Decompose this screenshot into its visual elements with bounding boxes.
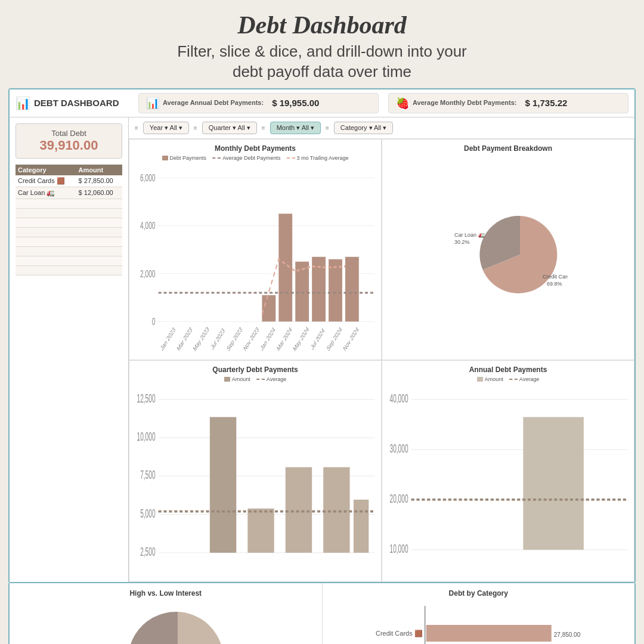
right-panel: ≡ Year ▾ All ▾ ≡ Quarter ▾ All ▾ ≡ Month… [129, 117, 634, 582]
breakdown-pie-container: Car Loan 🚛 30.2% Credit Card... 69.8% [387, 155, 629, 355]
quarterly-chart-cell: Quarterly Debt Payments Amount Average [129, 360, 382, 582]
empty-row [16, 218, 122, 227]
svg-rect-51 [323, 467, 349, 553]
debt-amount-cell: $ 27,850.00 [76, 175, 122, 187]
filter-bar: ≡ Year ▾ All ▾ ≡ Quarter ▾ All ▾ ≡ Month… [129, 117, 634, 139]
legend-trail-label: 3 mo Trailing Average [297, 155, 349, 161]
legend-debt-payments: Debt Payments [162, 155, 207, 161]
empty-row [16, 227, 122, 237]
empty-row [16, 256, 122, 265]
left-panel: Total Debt 39,910.00 Category Amount Cre… [10, 117, 129, 582]
svg-text:Mar 2023: Mar 2023 [176, 325, 193, 352]
charts-grid: Monthly Debt Payments Debt Payments Aver… [129, 139, 634, 582]
svg-text:2,500: 2,500 [140, 545, 156, 558]
annual-legend-avg: Average [509, 376, 539, 382]
a-legend-label: Amount [485, 376, 503, 382]
svg-text:0: 0 [152, 317, 156, 327]
q-avg-dash [256, 379, 265, 380]
empty-row [16, 208, 122, 218]
monthly-metric: 🍓 Average Monthly Debt Payments: $ 1,735… [388, 93, 628, 113]
svg-text:10,000: 10,000 [137, 430, 155, 442]
a-legend-box [477, 377, 483, 382]
svg-text:Jan 2023: Jan 2023 [159, 326, 176, 352]
filter-quarter[interactable]: Quarter ▾ All ▾ [202, 122, 257, 134]
q-legend-box [224, 377, 230, 382]
quarterly-legend-amount: Amount [224, 376, 250, 382]
legend-debt-label: Debt Payments [170, 155, 207, 161]
filter-year[interactable]: Year ▾ All ▾ [143, 122, 189, 134]
dashboard-icon: 📊 [16, 96, 30, 110]
monthly-chart-cell: Monthly Debt Payments Debt Payments Aver… [129, 139, 382, 361]
annual-svg: 40,000 30,000 20,000 10,000 [387, 385, 629, 577]
svg-rect-19 [345, 256, 359, 321]
monthly-svg: 6,000 4,000 2,000 0 [134, 163, 376, 355]
filter-category[interactable]: Category ▾ All ▾ [334, 122, 393, 134]
svg-rect-15 [278, 213, 292, 321]
col-amount: Amount [76, 165, 122, 175]
interest-pie-svg: Low-Interest 30.2% High-Intere... 69.8% [70, 600, 261, 644]
monthly-metric-label: Average Monthly Debt Payments: [413, 99, 516, 107]
svg-rect-14 [262, 295, 275, 321]
svg-rect-49 [247, 509, 274, 553]
legend-avg-label: Average Debt Payments [222, 155, 280, 161]
monthly-chart-title: Monthly Debt Payments [134, 144, 376, 153]
breakdown-chart-title: Debt Payment Breakdown [387, 144, 629, 153]
svg-text:7,500: 7,500 [140, 469, 156, 481]
svg-text:2,000: 2,000 [140, 268, 155, 279]
annual-metric: 📊 Average Annual Debt Payments: $ 19,955… [138, 93, 379, 113]
breakdown-pie-svg: Car Loan 🚛 30.2% Credit Card... 69.8% [448, 207, 568, 302]
svg-text:May 2023: May 2023 [193, 324, 210, 352]
svg-rect-71 [426, 625, 551, 642]
legend-avg-dash [212, 157, 221, 159]
monthly-chart: 6,000 4,000 2,000 0 [134, 163, 376, 355]
svg-text:Car Loan 🚛: Car Loan 🚛 [454, 231, 485, 239]
quarterly-chart-title: Quarterly Debt Payments [134, 366, 376, 374]
svg-text:27,850.00: 27,850.00 [553, 631, 580, 638]
svg-text:Nov 2023: Nov 2023 [243, 325, 260, 352]
q-legend-label: Amount [232, 376, 250, 382]
empty-row [16, 265, 122, 275]
annual-legend-amount: Amount [477, 376, 503, 382]
a-avg-label: Average [519, 376, 539, 382]
svg-text:May 2024: May 2024 [292, 324, 310, 352]
svg-text:4,000: 4,000 [140, 221, 155, 231]
quarterly-legend: Amount Average [134, 376, 376, 382]
monthly-metric-value: $ 1,735.22 [525, 98, 567, 108]
svg-text:Sep 2023: Sep 2023 [226, 325, 243, 352]
interest-chart-cell: High vs. Low Interest Low-Interest 30.2%… [10, 583, 323, 644]
legend-debt-box [162, 156, 168, 160]
empty-row [16, 246, 122, 256]
svg-text:Mar 2024: Mar 2024 [276, 325, 293, 352]
svg-text:Jan 2024: Jan 2024 [259, 326, 276, 352]
monthly-legend: Debt Payments Average Debt Payments 3 mo… [134, 155, 376, 161]
legend-avg-payments: Average Debt Payments [212, 155, 280, 161]
svg-rect-63 [523, 417, 584, 550]
bottom-row: High vs. Low Interest Low-Interest 30.2%… [8, 583, 636, 644]
filter-icon-1: ≡ [135, 125, 138, 131]
empty-row [16, 237, 122, 246]
filter-icon-3: ≡ [262, 125, 265, 131]
svg-text:30.2%: 30.2% [454, 239, 470, 245]
filter-icon-4: ≡ [326, 125, 329, 131]
debt-amount-cell: $ 12,060.00 [76, 187, 122, 199]
category-chart: Credit Cards 🟫 27,850.00 Car Loan 🚛 12,0… [329, 600, 629, 644]
annual-metric-icon: 📊 [146, 97, 159, 110]
category-chart-title: Debt by Category [329, 589, 629, 597]
q-avg-label: Average [267, 376, 286, 382]
filter-month[interactable]: Month ▾ All ▾ [270, 122, 321, 134]
svg-text:Credit Card...: Credit Card... [543, 274, 568, 280]
filter-icon-2: ≡ [194, 125, 197, 131]
total-debt-label: Total Debt [21, 129, 117, 138]
interest-pie-container: Low-Interest 30.2% High-Intere... 69.8% [16, 600, 316, 644]
svg-rect-48 [210, 417, 236, 553]
dashboard-title-bar: 📊 DEBT DASHBOARD [16, 96, 129, 110]
monthly-metric-icon: 🍓 [396, 97, 409, 110]
dashboard-label: DEBT DASHBOARD [34, 98, 119, 108]
svg-text:Nov 2024: Nov 2024 [342, 325, 360, 352]
quarterly-svg: 12,500 10,000 7,500 5,000 2,500 [134, 385, 376, 577]
interest-chart-title: High vs. Low Interest [16, 589, 316, 597]
annual-chart-title: Annual Debt Payments [387, 366, 629, 374]
svg-text:Jul 2023: Jul 2023 [210, 326, 225, 351]
svg-text:69.8%: 69.8% [547, 281, 562, 287]
annual-metric-label: Average Annual Debt Payments: [163, 99, 264, 107]
